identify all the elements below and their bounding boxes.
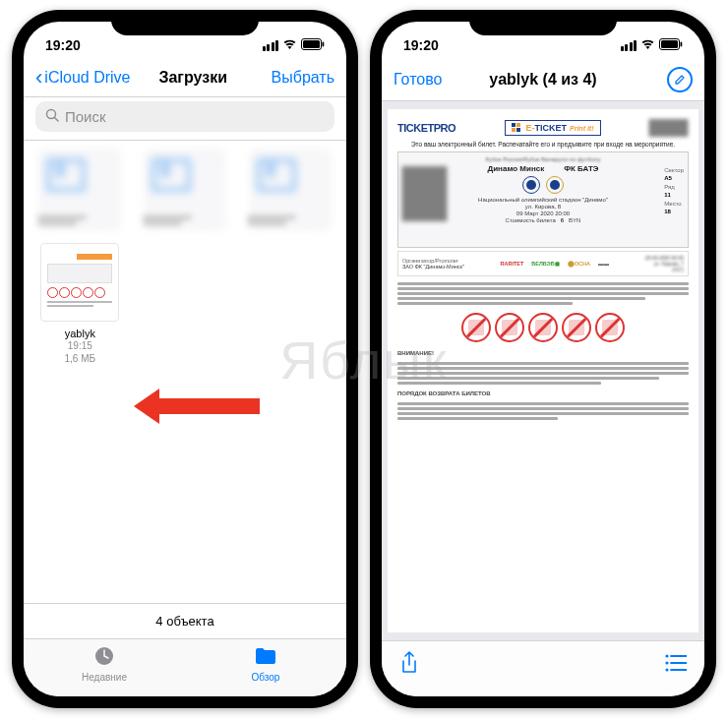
svg-rect-8 xyxy=(681,42,683,47)
ticketpro-logo: TICKETPRO xyxy=(397,122,455,134)
no-flare-icon xyxy=(595,313,625,342)
notch xyxy=(469,10,617,35)
nav-bar: ‹ iCloud Drive Загрузки Выбрать xyxy=(24,61,346,97)
no-drinks-icon xyxy=(495,313,524,342)
chevron-left-icon: ‹ xyxy=(35,67,42,89)
file-item-blurred[interactable] xyxy=(241,150,338,235)
back-label: iCloud Drive xyxy=(44,69,130,87)
phone-mockups: 19:20 ‹ iCloud Dri xyxy=(10,10,718,708)
clock-icon xyxy=(93,645,115,669)
svg-point-15 xyxy=(665,661,668,664)
svg-rect-11 xyxy=(512,128,516,132)
no-camera-icon xyxy=(528,313,558,342)
cell-signal-icon xyxy=(621,40,637,51)
warning-heading: ВНИМАНИЕ! xyxy=(397,350,689,356)
folder-icon xyxy=(254,645,277,669)
nav-title: Загрузки xyxy=(130,69,256,87)
svg-rect-9 xyxy=(512,123,516,127)
markup-button[interactable] xyxy=(667,67,693,92)
ticket-barcode xyxy=(402,166,448,221)
file-thumbnail xyxy=(40,243,119,322)
svg-rect-7 xyxy=(661,40,678,48)
svg-rect-10 xyxy=(516,123,520,127)
search-input[interactable]: Поиск xyxy=(35,101,334,132)
tab-label: Недавние xyxy=(82,672,127,683)
screen-right: 19:20 Готово yablyk (4 из xyxy=(382,22,704,696)
time: 19:20 xyxy=(45,37,81,53)
ticket-subtitle: Это ваш электронный билет. Распечатайте … xyxy=(397,141,689,148)
ticket-fineprint xyxy=(397,282,689,305)
svg-rect-2 xyxy=(323,42,325,47)
annotation-arrow xyxy=(142,389,260,424)
svg-line-4 xyxy=(55,118,59,122)
team-badge-icon xyxy=(546,176,564,194)
tab-browse[interactable]: Обзор xyxy=(185,645,346,683)
search-icon xyxy=(45,108,59,125)
seat-info: Сектор A5 Ряд 11 Место 18 xyxy=(664,166,684,215)
no-weapons-icon xyxy=(461,313,491,342)
svg-point-17 xyxy=(665,668,668,671)
cell-signal-icon xyxy=(263,40,279,51)
preview-title: yablyk (4 из 4) xyxy=(472,71,614,89)
document-preview[interactable]: TICKETPRO E-E-TICKETTICKET Print it! Это… xyxy=(382,101,704,640)
nav-bar-preview: Готово yablyk (4 из 4) xyxy=(382,61,704,101)
svg-rect-12 xyxy=(516,128,520,132)
wifi-icon xyxy=(640,37,655,53)
refund-heading: ПОРЯДОК ВОЗВРАТА БИЛЕТОВ xyxy=(397,390,689,396)
team1: Динамо Минск xyxy=(487,164,544,173)
svg-rect-1 xyxy=(303,40,320,48)
back-button[interactable]: ‹ iCloud Drive xyxy=(35,67,130,89)
file-item-yablyk[interactable]: yablyk 19:15 1,6 МБ xyxy=(31,243,129,365)
ticket-main: Кубок России/Кубок Беларуси по футболу Д… xyxy=(397,151,689,248)
list-button[interactable] xyxy=(665,654,687,676)
svg-point-13 xyxy=(665,654,668,657)
done-button[interactable]: Готово xyxy=(394,71,442,89)
file-name: yablyk xyxy=(65,328,95,339)
no-smoke-icon xyxy=(562,313,591,342)
item-count: 4 объекта xyxy=(24,603,346,638)
notch xyxy=(111,10,259,35)
phone-right: 19:20 Готово yablyk (4 из xyxy=(370,10,716,708)
eticket-logo: E-E-TICKETTICKET Print it! xyxy=(505,120,601,136)
team2: ФК БАТЭ xyxy=(564,164,598,173)
sponsor-row: Организатор/Promoter ЗАО ФК "Динамо-Минс… xyxy=(397,251,689,276)
file-item-blurred[interactable] xyxy=(137,150,234,235)
screen-left: 19:20 ‹ iCloud Dri xyxy=(24,22,346,696)
wifi-icon xyxy=(282,37,297,53)
file-item-blurred[interactable] xyxy=(31,150,129,235)
warning-text xyxy=(397,362,689,385)
team-badge-icon xyxy=(522,176,540,194)
search-placeholder: Поиск xyxy=(65,108,106,125)
phone-left: 19:20 ‹ iCloud Dri xyxy=(12,10,358,708)
share-button[interactable] xyxy=(399,651,419,679)
file-size: 1,6 МБ xyxy=(65,353,96,364)
file-browser: yablyk 19:15 1,6 МБ xyxy=(24,141,346,603)
battery-icon xyxy=(659,37,683,53)
tab-bar: Недавние Обзор xyxy=(24,638,346,696)
refund-text xyxy=(397,402,689,420)
file-time: 19:15 xyxy=(68,340,92,351)
select-button[interactable]: Выбрать xyxy=(256,69,334,87)
time: 19:20 xyxy=(403,37,439,53)
prohibition-icons xyxy=(397,313,689,342)
document-page: TICKETPRO E-E-TICKETTICKET Print it! Это… xyxy=(388,109,698,632)
preview-toolbar xyxy=(382,640,704,696)
battery-icon xyxy=(301,37,325,53)
barcode xyxy=(649,119,689,137)
tab-label: Обзор xyxy=(252,672,280,683)
tab-recents[interactable]: Недавние xyxy=(24,645,185,683)
